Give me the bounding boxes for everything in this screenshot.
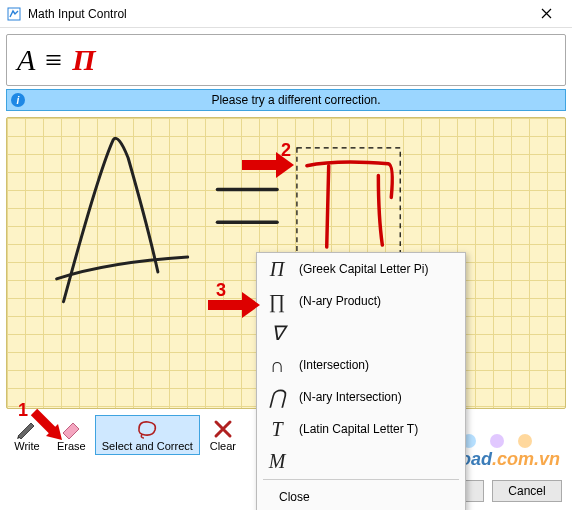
- clear-tool[interactable]: Clear: [202, 415, 244, 455]
- correction-menu: Π (Greek Capital Letter Pi) ∏ (N-ary Pro…: [256, 252, 466, 510]
- menu-label: (N-ary Intersection): [299, 390, 402, 404]
- clear-icon: [209, 418, 237, 440]
- pen-icon: [13, 418, 41, 440]
- window-title: Math Input Control: [28, 7, 526, 21]
- status-text: Please try a different correction.: [31, 93, 561, 107]
- menu-label: (Intersection): [299, 358, 369, 372]
- menu-item-nabla[interactable]: ∇: [257, 317, 465, 349]
- menu-label: (Latin Capital Letter T): [299, 422, 418, 436]
- select-correct-label: Select and Correct: [102, 440, 193, 452]
- write-tool[interactable]: Write: [6, 415, 48, 455]
- info-icon: i: [11, 93, 25, 107]
- select-correct-tool[interactable]: Select and Correct: [95, 415, 200, 455]
- menu-item-latin-t[interactable]: T (Latin Capital Letter T): [257, 413, 465, 445]
- glyph-nary-product: ∏: [267, 290, 287, 313]
- menu-label: (N-ary Product): [299, 294, 381, 308]
- glyph-m: M: [267, 450, 287, 473]
- lasso-icon: [133, 418, 161, 440]
- watermark-tld: .com.vn: [492, 449, 560, 469]
- cancel-button[interactable]: Cancel: [492, 480, 562, 502]
- status-bar: i Please try a different correction.: [6, 89, 566, 111]
- menu-close[interactable]: Close: [257, 482, 465, 510]
- close-button[interactable]: [526, 2, 566, 26]
- svg-rect-0: [8, 8, 20, 20]
- glyph-t: T: [267, 418, 287, 441]
- write-label: Write: [14, 440, 39, 452]
- app-icon: [6, 6, 22, 22]
- glyph-pi: Π: [267, 258, 287, 281]
- result-symbol-identical: ≡: [45, 43, 62, 77]
- glyph-nary-intersection: ⋂: [267, 385, 287, 409]
- erase-label: Erase: [57, 440, 86, 452]
- menu-item-intersection[interactable]: ∩ (Intersection): [257, 349, 465, 381]
- menu-close-label: Close: [279, 490, 310, 504]
- glyph-intersection: ∩: [267, 354, 287, 377]
- result-symbol-pi: Π: [72, 43, 95, 77]
- menu-item-m[interactable]: M: [257, 445, 465, 477]
- clear-label: Clear: [210, 440, 236, 452]
- eraser-icon: [57, 418, 85, 440]
- menu-separator: [263, 479, 459, 480]
- glyph-nabla: ∇: [267, 321, 287, 345]
- result-display: A ≡ Π: [6, 34, 566, 86]
- menu-item-pi[interactable]: Π (Greek Capital Letter Pi): [257, 253, 465, 285]
- menu-item-nary-product[interactable]: ∏ (N-ary Product): [257, 285, 465, 317]
- titlebar: Math Input Control: [0, 0, 572, 28]
- result-symbol-a: A: [17, 43, 35, 77]
- menu-label: (Greek Capital Letter Pi): [299, 262, 428, 276]
- menu-item-nary-intersection[interactable]: ⋂ (N-ary Intersection): [257, 381, 465, 413]
- erase-tool[interactable]: Erase: [50, 415, 93, 455]
